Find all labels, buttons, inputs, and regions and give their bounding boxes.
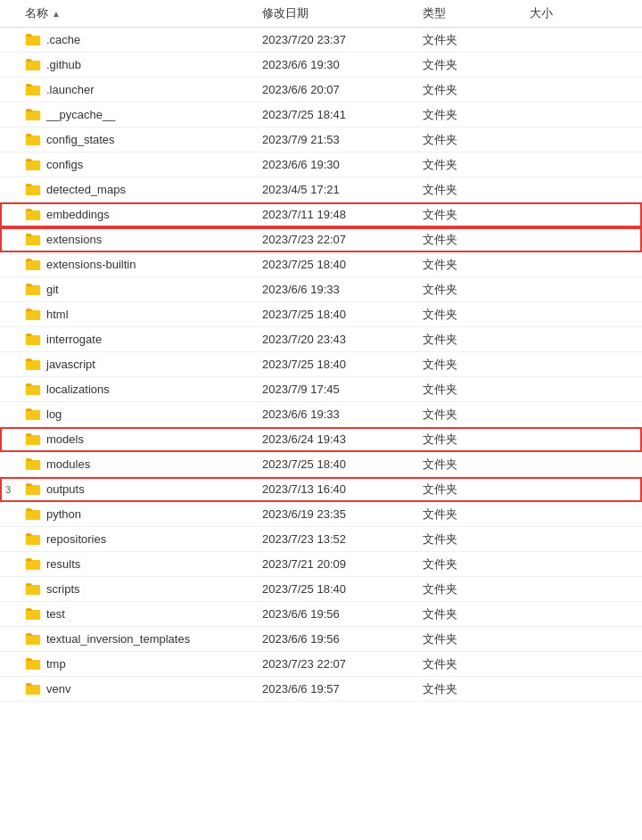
file-name: .github bbox=[46, 58, 81, 71]
column-header: 名称 ▲ 修改日期 类型 大小 bbox=[0, 0, 642, 28]
file-date: 2023/7/25 18:40 bbox=[262, 308, 423, 321]
table-row[interactable]: config_states 2023/7/9 21:53 文件夹 bbox=[0, 128, 642, 152]
table-row[interactable]: scripts 2023/7/25 18:40 文件夹 bbox=[0, 577, 642, 602]
file-type: 文件夹 bbox=[423, 207, 530, 223]
file-name: textual_inversion_templates bbox=[46, 632, 190, 646]
table-row[interactable]: html 2023/7/25 18:40 文件夹 bbox=[0, 302, 642, 327]
file-name-cell: embeddings bbox=[12, 208, 262, 221]
folder-icon bbox=[25, 358, 41, 371]
col-name-header[interactable]: 名称 ▲ bbox=[12, 5, 262, 21]
table-row[interactable]: log 2023/6/6 19:33 文件夹 bbox=[0, 402, 642, 427]
table-row[interactable]: git 2023/6/6 19:33 文件夹 bbox=[0, 277, 642, 302]
file-date: 2023/7/23 13:52 bbox=[262, 532, 423, 546]
col-size-label: 大小 bbox=[530, 6, 553, 20]
file-name-cell: interrogate bbox=[12, 333, 262, 346]
table-row[interactable]: venv 2023/6/6 19:57 文件夹 bbox=[0, 677, 642, 702]
table-row[interactable]: configs 2023/6/6 19:30 文件夹 bbox=[0, 152, 642, 177]
file-name: results bbox=[46, 557, 80, 571]
file-type: 文件夹 bbox=[423, 132, 530, 148]
file-name: interrogate bbox=[46, 333, 102, 346]
file-type: 文件夹 bbox=[423, 506, 530, 523]
folder-icon bbox=[25, 333, 41, 346]
table-row[interactable]: python 2023/6/19 23:35 文件夹 bbox=[0, 502, 642, 527]
table-row[interactable]: localizations 2023/7/9 17:45 文件夹 bbox=[0, 377, 642, 402]
table-row[interactable]: tmp 2023/7/23 22:07 文件夹 bbox=[0, 652, 642, 677]
file-name-cell: scripts bbox=[12, 582, 262, 596]
col-name-label: 名称 bbox=[25, 5, 48, 21]
file-name: extensions bbox=[46, 233, 102, 246]
file-date: 2023/7/9 17:45 bbox=[262, 383, 423, 396]
file-type: 文件夹 bbox=[423, 681, 530, 697]
table-row[interactable]: repositories 2023/7/23 13:52 文件夹 bbox=[0, 527, 642, 552]
file-date: 2023/7/25 18:40 bbox=[262, 457, 423, 471]
col-date-header[interactable]: 修改日期 bbox=[262, 5, 423, 21]
file-date: 2023/6/24 19:43 bbox=[262, 432, 423, 446]
file-type: 文件夹 bbox=[423, 32, 530, 48]
table-row[interactable]: modules 2023/7/25 18:40 文件夹 bbox=[0, 452, 642, 477]
folder-icon bbox=[25, 482, 41, 496]
table-row[interactable]: textual_inversion_templates 2023/6/6 19:… bbox=[0, 627, 642, 652]
file-type: 文件夹 bbox=[423, 531, 530, 548]
folder-icon bbox=[25, 108, 41, 121]
file-type: 文件夹 bbox=[423, 556, 530, 572]
file-type: 文件夹 bbox=[423, 606, 530, 622]
table-row[interactable]: extensions-builtin 2023/7/25 18:40 文件夹 bbox=[0, 252, 642, 277]
file-name: configs bbox=[46, 158, 83, 171]
file-name-cell: localizations bbox=[12, 383, 262, 396]
file-name-cell: textual_inversion_templates bbox=[12, 632, 262, 646]
table-row[interactable]: javascript 2023/7/25 18:40 文件夹 bbox=[0, 352, 642, 377]
table-row[interactable]: interrogate 2023/7/20 23:43 文件夹 bbox=[0, 327, 642, 352]
file-date: 2023/4/5 17:21 bbox=[262, 183, 423, 196]
file-date: 2023/7/25 18:40 bbox=[262, 582, 423, 596]
file-name-cell: .cache bbox=[12, 33, 262, 46]
file-name-cell: outputs bbox=[12, 482, 262, 496]
file-name: modules bbox=[46, 457, 90, 471]
sort-arrow-icon: ▲ bbox=[52, 9, 61, 19]
folder-icon bbox=[25, 233, 41, 246]
table-row[interactable]: .launcher 2023/6/6 20:07 文件夹 bbox=[0, 78, 642, 103]
folder-icon bbox=[25, 532, 41, 546]
file-date: 2023/7/20 23:37 bbox=[262, 33, 423, 46]
file-name: python bbox=[46, 507, 81, 521]
table-row[interactable]: test 2023/6/6 19:56 文件夹 bbox=[0, 602, 642, 627]
file-name-cell: detected_maps bbox=[12, 183, 262, 196]
folder-icon bbox=[25, 83, 41, 96]
file-type: 文件夹 bbox=[423, 282, 530, 298]
row-indicator: 3 bbox=[0, 484, 12, 495]
file-type: 文件夹 bbox=[423, 581, 530, 597]
file-name: scripts bbox=[46, 582, 80, 596]
table-row[interactable]: extensions 2023/7/23 22:07 文件夹 bbox=[0, 227, 642, 252]
table-row[interactable]: results 2023/7/21 20:09 文件夹 bbox=[0, 552, 642, 577]
file-date: 2023/6/6 19:30 bbox=[262, 58, 423, 71]
table-row[interactable]: .cache 2023/7/20 23:37 文件夹 bbox=[0, 28, 642, 53]
file-name-cell: extensions bbox=[12, 233, 262, 246]
table-row[interactable]: embeddings 2023/7/11 19:48 文件夹 bbox=[0, 202, 642, 227]
folder-icon bbox=[25, 582, 41, 596]
table-row[interactable]: detected_maps 2023/4/5 17:21 文件夹 bbox=[0, 177, 642, 202]
folder-icon bbox=[25, 632, 41, 646]
folder-icon bbox=[25, 133, 41, 146]
folder-icon bbox=[25, 283, 41, 296]
col-size-header[interactable]: 大小 bbox=[530, 5, 601, 21]
file-date: 2023/6/6 19:56 bbox=[262, 607, 423, 621]
file-date: 2023/6/6 19:57 bbox=[262, 682, 423, 696]
file-name-cell: configs bbox=[12, 158, 262, 171]
table-row[interactable]: models 2023/6/24 19:43 文件夹 bbox=[0, 427, 642, 452]
col-type-header[interactable]: 类型 bbox=[423, 5, 530, 21]
folder-icon bbox=[25, 208, 41, 221]
table-row[interactable]: 3 outputs 2023/7/13 16:40 文件夹 bbox=[0, 477, 642, 502]
file-type: 文件夹 bbox=[423, 82, 530, 98]
table-row[interactable]: __pycache__ 2023/7/25 18:41 文件夹 bbox=[0, 103, 642, 128]
file-type: 文件夹 bbox=[423, 157, 530, 173]
file-explorer: 名称 ▲ 修改日期 类型 大小 .cache 2023/7/20 23:37 文… bbox=[0, 0, 642, 702]
file-type: 文件夹 bbox=[423, 307, 530, 323]
file-name-cell: models bbox=[12, 432, 262, 446]
file-date: 2023/7/20 23:43 bbox=[262, 333, 423, 346]
file-name-cell: extensions-builtin bbox=[12, 258, 262, 271]
file-type: 文件夹 bbox=[423, 457, 530, 473]
file-name: repositories bbox=[46, 532, 106, 546]
table-row[interactable]: .github 2023/6/6 19:30 文件夹 bbox=[0, 53, 642, 78]
file-type: 文件夹 bbox=[423, 257, 530, 273]
file-type: 文件夹 bbox=[423, 57, 530, 73]
file-date: 2023/6/6 19:56 bbox=[262, 632, 423, 646]
